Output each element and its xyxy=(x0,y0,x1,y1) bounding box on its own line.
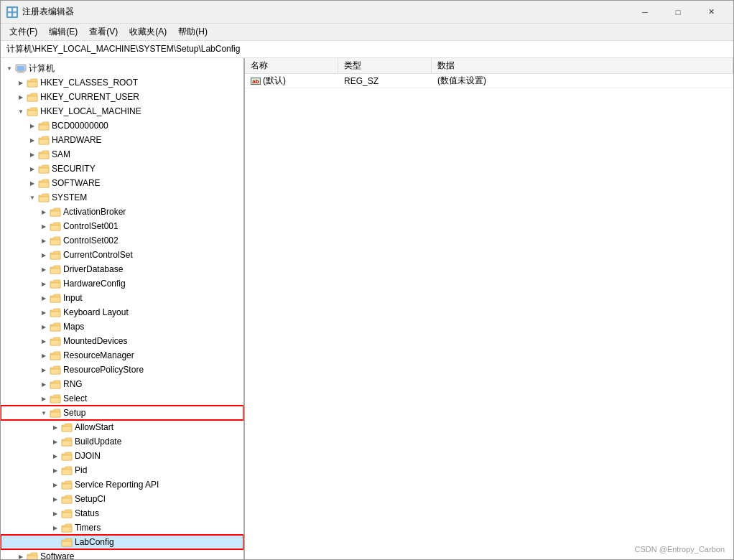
tree-item-activationbroker[interactable]: ▶ ActivationBroker xyxy=(1,205,243,219)
expand-mounteddevices[interactable]: ▶ xyxy=(38,335,50,347)
menu-file[interactable]: 文件(F) xyxy=(4,24,43,39)
tree-item-maps[interactable]: ▶ Maps xyxy=(1,319,243,334)
col-header-data: 数据 xyxy=(432,58,733,73)
tree-item-bcd[interactable]: ▶ BCD00000000 xyxy=(1,118,243,133)
expand-system[interactable]: ▼ xyxy=(27,192,38,203)
expand-maps[interactable]: ▶ xyxy=(38,321,50,332)
tree-item-pid[interactable]: ▶ Pid xyxy=(1,463,243,477)
label-setup: Setup xyxy=(63,408,85,418)
folder-icon-allowstart xyxy=(61,422,73,432)
tree-item-status[interactable]: ▶ Status xyxy=(1,506,243,521)
tree-root[interactable]: ▼ 计算机 xyxy=(1,61,243,75)
folder-icon-hardware xyxy=(38,135,50,145)
expand-hardware[interactable]: ▶ xyxy=(27,134,38,146)
tree-item-mounteddevices[interactable]: ▶ MountedDevices xyxy=(1,334,243,348)
tree-item-setup[interactable]: ▼ Setup xyxy=(1,406,243,420)
expand-root[interactable]: ▼ xyxy=(4,62,15,74)
expand-allowstart[interactable]: ▶ xyxy=(50,421,61,433)
expand-timers[interactable]: ▶ xyxy=(50,522,61,533)
menu-favorites[interactable]: 收藏夹(A) xyxy=(124,24,172,39)
expand-rng[interactable]: ▶ xyxy=(38,378,50,390)
expand-security[interactable]: ▶ xyxy=(27,163,38,174)
expand-sam[interactable]: ▶ xyxy=(27,149,38,160)
expand-hardwareconfig[interactable]: ▶ xyxy=(38,278,50,289)
tree-item-hardware[interactable]: ▶ HARDWARE xyxy=(1,133,243,147)
tree-item-controlset002[interactable]: ▶ ControlSet002 xyxy=(1,233,243,248)
tree-item-select[interactable]: ▶ Select xyxy=(1,391,243,406)
expand-servicereporting[interactable]: ▶ xyxy=(50,479,61,490)
label-hkcr: HKEY_CLASSES_ROOT xyxy=(40,78,138,88)
expand-buildupdate[interactable]: ▶ xyxy=(50,436,61,447)
expand-driverdatabase[interactable]: ▶ xyxy=(38,263,50,275)
tree-item-hkcu[interactable]: ▶ HKEY_CURRENT_USER xyxy=(1,90,243,104)
expand-activationbroker[interactable]: ▶ xyxy=(38,206,50,218)
close-button[interactable]: ✕ xyxy=(694,1,728,24)
menu-help[interactable]: 帮助(H) xyxy=(172,24,213,39)
menu-edit[interactable]: 编辑(E) xyxy=(43,24,83,39)
folder-icon-softwarebottom xyxy=(27,551,38,559)
tree-item-sam[interactable]: ▶ SAM xyxy=(1,147,243,162)
table-row[interactable]: ab(默认) REG_SZ (数值未设置) xyxy=(245,74,733,88)
label-hardwareconfig: HardwareConfig xyxy=(63,279,126,289)
maximize-button[interactable]: □ xyxy=(661,1,694,24)
label-hkcu: HKEY_CURRENT_USER xyxy=(40,92,139,102)
tree-item-controlset001[interactable]: ▶ ControlSet001 xyxy=(1,219,243,233)
label-pid: Pid xyxy=(75,465,87,475)
expand-resourcemanager[interactable]: ▶ xyxy=(38,350,50,361)
expand-softwarebottom[interactable]: ▶ xyxy=(15,551,27,559)
tree-item-servicereporting[interactable]: ▶ Service Reporting API xyxy=(1,477,243,492)
menu-view[interactable]: 查看(V) xyxy=(83,24,124,39)
tree-item-hkcr[interactable]: ▶ HKEY_CLASSES_ROOT xyxy=(1,75,243,90)
folder-icon-keyboardlayout xyxy=(50,307,61,317)
tree-item-resourcepolicystore[interactable]: ▶ ResourcePolicyStore xyxy=(1,363,243,377)
expand-djoin[interactable]: ▶ xyxy=(50,450,61,462)
tree-item-security[interactable]: ▶ SECURITY xyxy=(1,162,243,176)
expand-hkcr[interactable]: ▶ xyxy=(15,77,27,88)
expand-keyboardlayout[interactable]: ▶ xyxy=(38,307,50,318)
expand-hklm[interactable]: ▼ xyxy=(15,106,27,117)
expand-select[interactable]: ▶ xyxy=(38,393,50,404)
tree-item-currentcontrolset[interactable]: ▶ CurrentControlSet xyxy=(1,248,243,262)
tree-item-resourcemanager[interactable]: ▶ ResourceManager xyxy=(1,348,243,363)
expand-input[interactable]: ▶ xyxy=(38,292,50,304)
expand-setupcl[interactable]: ▶ xyxy=(50,493,61,505)
tree-item-buildupdate[interactable]: ▶ BuildUpdate xyxy=(1,434,243,449)
expand-hkcu[interactable]: ▶ xyxy=(15,91,27,103)
tree-item-software[interactable]: ▶ SOFTWARE xyxy=(1,176,243,190)
expand-resourcepolicystore[interactable]: ▶ xyxy=(38,364,50,375)
tree-item-timers[interactable]: ▶ Timers xyxy=(1,521,243,535)
label-timers: Timers xyxy=(75,523,101,533)
folder-icon-bcd xyxy=(38,121,50,131)
tree-panel[interactable]: ▼ 计算机 ▶ HKEY_CLASSES_ROO xyxy=(1,58,245,559)
label-maps: Maps xyxy=(63,322,84,332)
expand-controlset001[interactable]: ▶ xyxy=(38,220,50,232)
expand-setup[interactable]: ▼ xyxy=(38,407,50,419)
tree-item-rng[interactable]: ▶ RNG xyxy=(1,377,243,391)
minimize-button[interactable]: ─ xyxy=(628,1,661,24)
label-resourcemanager: ResourceManager xyxy=(63,350,134,360)
tree-item-system[interactable]: ▼ SYSTEM xyxy=(1,190,243,205)
title-bar: 注册表编辑器 ─ □ ✕ xyxy=(1,1,733,24)
expand-currentcontrolset[interactable]: ▶ xyxy=(38,249,50,261)
tree-item-djoin[interactable]: ▶ DJOIN xyxy=(1,449,243,463)
folder-icon-input xyxy=(50,293,61,303)
tree-item-driverdatabase[interactable]: ▶ DriverDatabase xyxy=(1,262,243,276)
label-bcd: BCD00000000 xyxy=(52,121,108,131)
label-currentcontrolset: CurrentControlSet xyxy=(63,250,133,260)
tree-item-hardwareconfig[interactable]: ▶ HardwareConfig xyxy=(1,276,243,291)
tree-item-setupcl[interactable]: ▶ SetupCl xyxy=(1,492,243,506)
tree-item-input[interactable]: ▶ Input xyxy=(1,291,243,305)
tree-item-allowstart[interactable]: ▶ AllowStart xyxy=(1,420,243,434)
label-labconfig: LabConfig xyxy=(75,537,114,547)
tree-item-labconfig[interactable]: ▶ LabConfig xyxy=(1,535,243,549)
expand-controlset002[interactable]: ▶ xyxy=(38,235,50,246)
tree-item-softwarebottom[interactable]: ▶ Software xyxy=(1,549,243,559)
tree-item-keyboardlayout[interactable]: ▶ Keyboard Layout xyxy=(1,305,243,319)
tree-item-hklm[interactable]: ▼ HKEY_LOCAL_MACHINE xyxy=(1,104,243,118)
expand-status[interactable]: ▶ xyxy=(50,508,61,519)
folder-icon-software xyxy=(38,178,50,188)
expand-bcd[interactable]: ▶ xyxy=(27,120,38,131)
expand-software[interactable]: ▶ xyxy=(27,177,38,189)
expand-pid[interactable]: ▶ xyxy=(50,465,61,476)
folder-icon-hklm xyxy=(27,106,38,116)
